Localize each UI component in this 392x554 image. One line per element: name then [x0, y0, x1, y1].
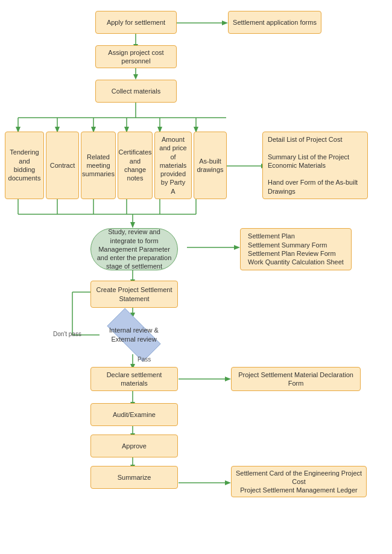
declare-box: Declare settlement materials: [90, 367, 178, 391]
declare-form-box: Project Settlement Material Declaration …: [231, 367, 361, 391]
flowchart: Apply for settlement Settlement applicat…: [0, 0, 392, 554]
asbuilt-box: As-built drawings: [194, 132, 227, 199]
meeting-box: Related meeting summaries: [81, 132, 116, 199]
pass-label: Pass: [138, 356, 151, 363]
collect-materials-box: Collect materials: [95, 80, 177, 103]
svg-marker-44: [225, 377, 231, 381]
svg-marker-52: [225, 480, 231, 485]
approve-box: Approve: [90, 435, 178, 457]
internal-review-diamond: Internal review & External review: [98, 315, 170, 354]
audit-box: Audit/Examine: [90, 403, 178, 426]
svg-marker-5: [133, 74, 138, 80]
dont-pass-label: Don't pass: [53, 331, 81, 337]
svg-marker-32: [234, 245, 240, 250]
create-statement-box: Create Project Settlement Statement: [90, 281, 178, 308]
study-review-box: Study, review and integrate to form Mana…: [90, 228, 178, 270]
summarize-box: Summarize: [90, 466, 178, 489]
settlement-forms-box: Settlement application forms: [228, 11, 321, 34]
settlement-plan-box: Settlement Plan Settlement Summary Form …: [240, 228, 352, 270]
settlement-card-box: Settlement Card of the Engineering Proje…: [231, 466, 367, 497]
apply-settlement-box: Apply for settlement: [95, 11, 177, 34]
contract-box: Contract: [46, 132, 79, 199]
detail-list-box: Detail List of Project Cost Summary List…: [262, 132, 368, 199]
svg-marker-3: [222, 21, 228, 25]
certificates-box: Certificates and change notes: [118, 132, 153, 199]
amount-box: Amount and price of materials provided b…: [154, 132, 192, 199]
tendering-box: Tendering and bidding documents: [5, 132, 44, 199]
assign-personnel-box: Assign project cost personnel: [95, 45, 177, 68]
